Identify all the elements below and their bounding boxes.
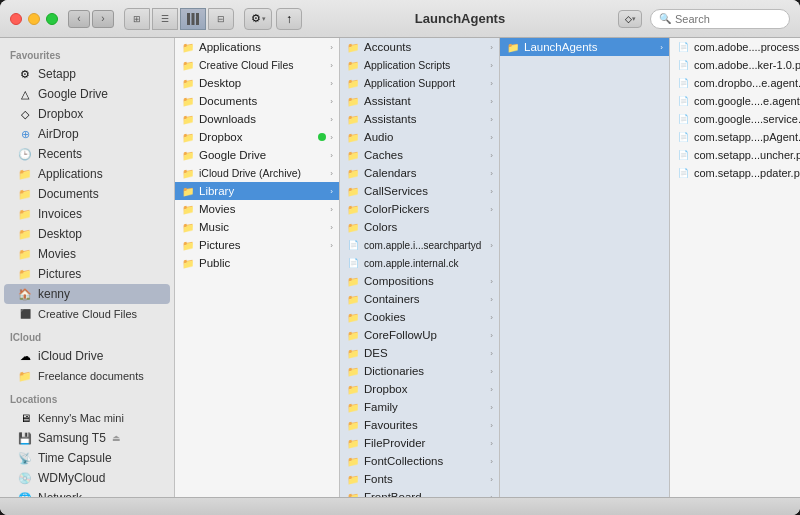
sidebar-item-mac-mini[interactable]: 🖥 Kenny's Mac mini: [4, 408, 170, 428]
col2-com-apple-internal[interactable]: 📄 com.apple.internal.ck: [340, 254, 499, 272]
folder-icon: 📁: [346, 202, 360, 216]
folder-icon: 📁: [181, 58, 195, 72]
col1-music[interactable]: 📁 Music ›: [175, 218, 339, 236]
forward-button[interactable]: ›: [92, 10, 114, 28]
col2-family[interactable]: 📁 Family ›: [340, 398, 499, 416]
col2-assistants[interactable]: 📁 Assistants ›: [340, 110, 499, 128]
col4-plist-2[interactable]: 📄 com.adobe...ker-1.0.plist: [670, 56, 800, 74]
search-input[interactable]: [675, 13, 781, 25]
col1-public[interactable]: 📁 Public: [175, 254, 339, 272]
col2-cookies[interactable]: 📁 Cookies ›: [340, 308, 499, 326]
view-list-button[interactable]: ☰: [152, 8, 178, 30]
arrow-icon: ›: [490, 43, 493, 52]
col2-compositions[interactable]: 📁 Compositions ›: [340, 272, 499, 290]
sidebar-item-freelance[interactable]: 📁 Freelance documents: [4, 366, 170, 386]
col1-movies[interactable]: 📁 Movies ›: [175, 200, 339, 218]
sidebar-item-pictures[interactable]: 📁 Pictures: [4, 264, 170, 284]
col1-library[interactable]: 📁 Library ›: [175, 182, 339, 200]
sidebar-item-samsung-t5[interactable]: 💾 Samsung T5 ⏏: [4, 428, 170, 448]
col2-corefollowup[interactable]: 📁 CoreFollowUp ›: [340, 326, 499, 344]
sidebar-item-kenny[interactable]: 🏠 kenny: [4, 284, 170, 304]
close-button[interactable]: [10, 13, 22, 25]
col1-creative-cloud[interactable]: 📁 Creative Cloud Files ›: [175, 56, 339, 74]
minimize-button[interactable]: [28, 13, 40, 25]
sidebar-item-dropbox[interactable]: ◇ Dropbox: [4, 104, 170, 124]
sidebar-item-time-capsule[interactable]: 📡 Time Capsule: [4, 448, 170, 468]
view-icon-button[interactable]: ⊞: [124, 8, 150, 30]
col4-plist-1[interactable]: 📄 com.adobe....process.plist: [670, 38, 800, 56]
col1-google-drive[interactable]: 📁 Google Drive ›: [175, 146, 339, 164]
gear-button[interactable]: ⚙ ▾: [244, 8, 272, 30]
main-content: Favourites ⚙ Setapp △ Google Drive ◇ Dro…: [0, 38, 800, 497]
sidebar-item-label: Dropbox: [38, 107, 83, 121]
arrow-icon: ›: [490, 385, 493, 394]
col-item-label: Assistants: [364, 113, 486, 125]
view-cover-button[interactable]: ⊟: [208, 8, 234, 30]
col2-dictionaries[interactable]: 📁 Dictionaries ›: [340, 362, 499, 380]
dropbox-button[interactable]: ◇ ▾: [618, 10, 642, 28]
share-button[interactable]: ↑: [276, 8, 302, 30]
sidebar-item-creative-cloud[interactable]: ⬛ Creative Cloud Files: [4, 304, 170, 324]
sidebar-item-setapp[interactable]: ⚙ Setapp: [4, 64, 170, 84]
maximize-button[interactable]: [46, 13, 58, 25]
col2-des[interactable]: 📁 DES ›: [340, 344, 499, 362]
sidebar-item-applications[interactable]: 📁 Applications: [4, 164, 170, 184]
col1-icloud-archive[interactable]: 📁 iCloud Drive (Archive) ›: [175, 164, 339, 182]
col2-favourites[interactable]: 📁 Favourites ›: [340, 416, 499, 434]
col1-desktop[interactable]: 📁 Desktop ›: [175, 74, 339, 92]
col2-app-scripts[interactable]: 📁 Application Scripts ›: [340, 56, 499, 74]
col2-colorpickers[interactable]: 📁 ColorPickers ›: [340, 200, 499, 218]
sidebar-item-invoices[interactable]: 📁 Invoices: [4, 204, 170, 224]
col4-plist-7[interactable]: 📄 com.setapp...uncher.plist: [670, 146, 800, 164]
col2-audio[interactable]: 📁 Audio ›: [340, 128, 499, 146]
sidebar-item-documents[interactable]: 📁 Documents: [4, 184, 170, 204]
col4-plist-5[interactable]: 📄 com.google....service.plist: [670, 110, 800, 128]
sidebar-item-recents[interactable]: 🕒 Recents: [4, 144, 170, 164]
folder-icon: 📁: [346, 58, 360, 72]
sidebar-item-wdmycloud[interactable]: 💿 WDMyCloud: [4, 468, 170, 488]
col2-fontcollections[interactable]: 📁 FontCollections ›: [340, 452, 499, 470]
col1-applications[interactable]: 📁 Applications ›: [175, 38, 339, 56]
sidebar-item-movies[interactable]: 📁 Movies: [4, 244, 170, 264]
col2-assistant[interactable]: 📁 Assistant ›: [340, 92, 499, 110]
col2-fileprovider[interactable]: 📁 FileProvider ›: [340, 434, 499, 452]
col2-caches[interactable]: 📁 Caches ›: [340, 146, 499, 164]
back-button[interactable]: ‹: [68, 10, 90, 28]
finder-window: ‹ › ⊞ ☰ ⊟ ⚙ ▾ ↑ LaunchA: [0, 0, 800, 515]
col2-accounts[interactable]: 📁 Accounts ›: [340, 38, 499, 56]
columns-area: 📁 Applications › 📁 Creative Cloud Files …: [175, 38, 800, 497]
col4-plist-4[interactable]: 📄 com.google....e.agent.plist: [670, 92, 800, 110]
applications-icon: 📁: [18, 167, 32, 181]
sidebar-section-icloud: iCloud: [0, 324, 174, 346]
col1-documents[interactable]: 📁 Documents ›: [175, 92, 339, 110]
col2-com-apple-searchpartyd[interactable]: 📄 com.apple.i...searchpartyd ›: [340, 236, 499, 254]
col-item-label: Dropbox: [364, 383, 486, 395]
sidebar-item-google-drive[interactable]: △ Google Drive: [4, 84, 170, 104]
col-item-label: com.apple.i...searchpartyd: [364, 240, 486, 251]
col1-dropbox[interactable]: 📁 Dropbox ›: [175, 128, 339, 146]
title-area: LaunchAgents: [302, 11, 618, 26]
sidebar-item-network[interactable]: 🌐 Network: [4, 488, 170, 497]
col2-frontboard[interactable]: 📁 FrontBoard ›: [340, 488, 499, 497]
col2-colors[interactable]: 📁 Colors: [340, 218, 499, 236]
search-box[interactable]: 🔍: [650, 9, 790, 29]
col1-pictures[interactable]: 📁 Pictures ›: [175, 236, 339, 254]
col3-launchagents[interactable]: 📁 LaunchAgents ›: [500, 38, 669, 56]
col4-plist-6[interactable]: 📄 com.setapp....pAgent.plist: [670, 128, 800, 146]
sidebar-item-desktop[interactable]: 📁 Desktop: [4, 224, 170, 244]
col2-dropbox[interactable]: 📁 Dropbox ›: [340, 380, 499, 398]
invoices-icon: 📁: [18, 207, 32, 221]
col2-calendars[interactable]: 📁 Calendars ›: [340, 164, 499, 182]
column-1: 📁 Applications › 📁 Creative Cloud Files …: [175, 38, 340, 497]
col2-callservices[interactable]: 📁 CallServices ›: [340, 182, 499, 200]
col2-app-support[interactable]: 📁 Application Support ›: [340, 74, 499, 92]
view-column-button[interactable]: [180, 8, 206, 30]
col4-plist-8[interactable]: 📄 com.setapp...pdater.plist: [670, 164, 800, 182]
col1-downloads[interactable]: 📁 Downloads ›: [175, 110, 339, 128]
col4-plist-3[interactable]: 📄 com.dropbo...e.agent.plist: [670, 74, 800, 92]
sidebar-item-icloud-drive[interactable]: ☁ iCloud Drive: [4, 346, 170, 366]
eject-icon[interactable]: ⏏: [112, 433, 121, 443]
col2-fonts[interactable]: 📁 Fonts ›: [340, 470, 499, 488]
col2-containers[interactable]: 📁 Containers ›: [340, 290, 499, 308]
sidebar-item-airdrop[interactable]: ⊕ AirDrop: [4, 124, 170, 144]
